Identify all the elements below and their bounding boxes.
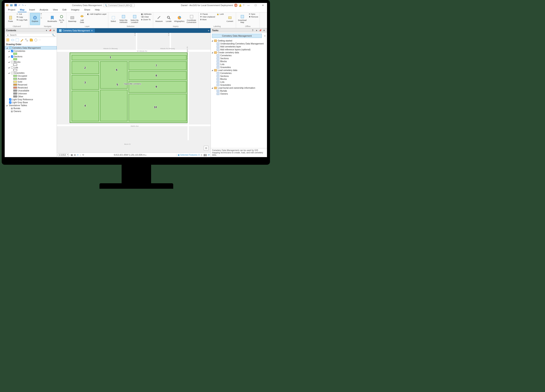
gravesite-class[interactable]: Reserved — [5, 83, 57, 86]
close-button[interactable]: ✕ — [260, 4, 266, 7]
status-tool-icon[interactable]: ⟲ — [82, 154, 84, 156]
coordinate-conversion-button[interactable]: Coordinate Conversion — [186, 13, 198, 25]
lock-labeling-button[interactable]: 🔒Lock — [216, 13, 224, 15]
clear-button[interactable]: ⌫Clear — [140, 16, 152, 18]
download-map-button[interactable]: Download Map — [237, 13, 248, 25]
minimize-button[interactable]: — — [246, 4, 251, 6]
pane-help-icon[interactable]: ? — [251, 29, 254, 32]
save-icon[interactable] — [14, 4, 17, 7]
layer-ref1[interactable]: Light Gray Reference — [5, 98, 57, 101]
task-item[interactable]: Sections — [212, 74, 266, 78]
task-item[interactable]: Add cemeteries layer — [212, 45, 266, 48]
layer-gravesites[interactable]: ◢Gravesites — [5, 71, 57, 74]
pane-menu-icon[interactable]: ▾ — [255, 29, 258, 32]
standalone-tables-node[interactable]: ◢Standalone Tables — [5, 104, 57, 107]
nav-tool-icon[interactable]: ↔ — [40, 15, 47, 17]
map-canvas[interactable]: Hillside Dr Bikeway W Hillside Rd Hillsi… — [57, 33, 211, 153]
gravesite-class[interactable]: Sold — [5, 80, 57, 83]
task-group[interactable]: ◢Create cemetery data — [212, 51, 266, 54]
list-by-snapping-icon[interactable] — [25, 38, 28, 42]
infographics-button[interactable]: Infographics — [173, 13, 185, 25]
gravesite-class[interactable]: Other — [5, 95, 57, 98]
layer-checkbox[interactable] — [9, 101, 11, 104]
task-menu-icon[interactable]: ≡ — [263, 35, 267, 37]
map-view-tab[interactable]: Cemetery Data Management ✕ — [57, 29, 95, 32]
list-by-selection-icon[interactable] — [15, 38, 19, 42]
pause-drawing-icon[interactable]: ❚❚ — [203, 154, 207, 156]
goto-xy-button[interactable]: Go To XY — [58, 13, 65, 25]
task-item[interactable]: Add reference layers (optional) — [212, 48, 266, 51]
zoom-to-button[interactable]: ⊕Zoom To — [140, 18, 152, 21]
open-icon[interactable] — [10, 4, 13, 7]
table-burials[interactable]: ▦Burials — [5, 107, 57, 110]
notifications-icon[interactable]: 🔔 — [239, 4, 242, 7]
task-item[interactable]: Understanding Cemetery Data Management — [212, 42, 266, 45]
pane-close-icon[interactable]: ✕ — [263, 29, 266, 32]
maximize-button[interactable]: ☐ — [253, 4, 259, 7]
tab-view[interactable]: View — [51, 8, 60, 12]
pause-labeling-button[interactable]: ⏸Pause — [199, 13, 216, 15]
select-by-attributes-button[interactable]: Select By Attributes — [118, 13, 129, 25]
navigator-icon[interactable]: ⊞ — [204, 146, 208, 150]
nav-tool-icon[interactable]: ⊕ — [40, 13, 47, 15]
bookmarks-button[interactable]: Bookmarks — [47, 13, 57, 25]
status-tool-icon[interactable]: ↕ — [80, 154, 81, 156]
status-tool-icon[interactable]: ⊞ — [74, 154, 76, 156]
status-tool-icon[interactable]: ·▦ — [70, 154, 73, 156]
locate-button[interactable]: Locate — [165, 13, 173, 25]
gravesite-class[interactable]: Unavailable — [5, 89, 57, 92]
close-tab-icon[interactable]: ✕ — [91, 30, 93, 32]
more-labeling-button[interactable]: ⚙More — [199, 18, 216, 21]
user-avatar[interactable]: DW — [234, 4, 237, 7]
pane-pin-icon[interactable]: 📌 — [259, 29, 262, 32]
pane-pin-icon[interactable]: 📌 — [49, 29, 52, 32]
list-by-source-icon[interactable] — [11, 38, 15, 42]
task-item[interactable]: Lots — [212, 80, 266, 83]
layer-checkbox[interactable] — [9, 98, 11, 101]
task-item[interactable]: Sections — [212, 57, 266, 60]
layer-blocks[interactable]: ◢Blocks — [5, 61, 57, 63]
copy-button[interactable]: ⧉Copy — [16, 16, 28, 18]
gravesite-class[interactable]: Occupied — [5, 74, 57, 77]
user-label[interactable]: Daniel - ArcGIS for Local Government Dep… — [181, 4, 233, 6]
task-group[interactable]: ◢Load burial and ownership information — [212, 86, 266, 89]
task-item[interactable]: Blocks — [212, 60, 266, 63]
status-tool-icon[interactable]: ▯ — [201, 154, 202, 156]
layer-ref2[interactable]: Light Gray Base — [5, 101, 57, 104]
add-data-button[interactable]: Add Data — [78, 13, 86, 25]
layer-checkbox[interactable] — [11, 72, 13, 74]
contents-search-input[interactable] — [10, 34, 51, 36]
task-item[interactable]: Cemeteries — [212, 54, 266, 57]
qat-more-icon[interactable]: ▾ — [25, 4, 26, 6]
gravesite-class[interactable]: Restricted — [5, 86, 57, 89]
map-node[interactable]: ◢Cemetery Data Management — [5, 46, 57, 49]
task-item[interactable]: Gravesites — [212, 83, 266, 86]
task-item[interactable]: Blocks — [212, 78, 266, 80]
refresh-icon[interactable]: ⟳ — [208, 154, 210, 156]
tab-insert[interactable]: Insert — [27, 8, 37, 12]
task-group[interactable]: ◢Load cemetery data — [212, 69, 266, 72]
add-graphics-button[interactable]: ◧Add Graphics Layer — [87, 13, 107, 15]
select-button[interactable]: Select — [109, 13, 118, 25]
list-by-labeling-icon[interactable] — [29, 38, 33, 42]
contents-search[interactable]: ▼ 🔍 — [6, 33, 56, 37]
layer-lots[interactable]: ◢Lots — [5, 66, 57, 69]
layer-checkbox[interactable] — [11, 66, 13, 69]
task-item[interactable]: Lots — [212, 63, 266, 66]
gravesite-class[interactable]: Available — [5, 77, 57, 80]
paste-button[interactable]: Paste — [6, 13, 16, 25]
list-by-editing-icon[interactable] — [20, 38, 24, 42]
tab-map[interactable]: Map — [18, 8, 27, 12]
coord-menu-icon[interactable]: ▾ — [145, 154, 146, 156]
task-item[interactable]: Burials — [212, 89, 266, 92]
select-by-location-button[interactable]: Select By Location — [129, 13, 140, 25]
tab-project[interactable]: Project — [6, 8, 17, 12]
task-item[interactable]: Cemeteries — [212, 72, 266, 74]
convert-labels-button[interactable]: Convert — [225, 13, 235, 25]
basemap-button[interactable]: Basemap — [67, 13, 77, 25]
measure-button[interactable]: Measure — [154, 13, 164, 25]
tab-analysis[interactable]: Analysis — [37, 8, 50, 12]
new-project-icon[interactable] — [6, 4, 9, 7]
pane-menu-icon[interactable]: ▾ — [45, 29, 48, 32]
pane-close-icon[interactable]: ✕ — [52, 29, 56, 32]
